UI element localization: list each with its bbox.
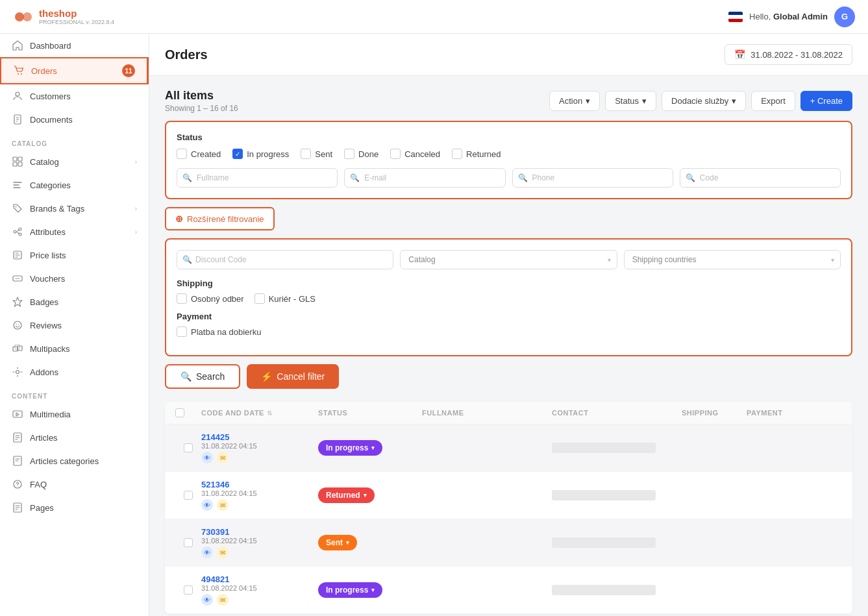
checkbox-dobierka[interactable]	[177, 326, 187, 337]
sidebar-item-multipacks[interactable]: Multipacks	[0, 337, 149, 360]
row-checkbox-3[interactable]	[175, 538, 201, 547]
email-input[interactable]	[344, 168, 505, 188]
col-code-date[interactable]: CODE AND DATE ⇅	[201, 409, 318, 417]
svg-point-0	[15, 12, 24, 21]
shipping-osobny[interactable]: Osobný odber	[177, 293, 244, 304]
fullname-input[interactable]	[177, 168, 338, 188]
create-button[interactable]: + Create	[800, 91, 852, 111]
shipping-kurier[interactable]: Kuriér - GLS	[254, 293, 316, 304]
view-icon-1[interactable]: 👁	[201, 452, 213, 463]
msg-icon-2[interactable]: ✉	[217, 499, 229, 511]
sidebar-item-attributes[interactable]: Attributes ›	[0, 220, 149, 243]
view-icon-4[interactable]: 👁	[201, 594, 213, 606]
sidebar-item-reviews[interactable]: Reviews	[0, 314, 149, 337]
status-button[interactable]: Status ▾	[605, 91, 656, 111]
order-code-link-2[interactable]: 521346	[201, 480, 318, 489]
order-code-link-3[interactable]: 730391	[201, 527, 318, 537]
order-status-3[interactable]: Sent ▾	[318, 535, 422, 550]
checkbox-inprogress[interactable]	[232, 149, 243, 159]
sidebar-item-brands-tags[interactable]: Brands & Tags ›	[0, 197, 149, 220]
sidebar-item-addons[interactable]: Addons	[0, 360, 149, 384]
svg-point-10	[16, 206, 17, 208]
order-date-1: 31.08.2022 04:15	[201, 442, 318, 450]
avatar[interactable]: G	[834, 6, 855, 27]
topbar: theshop PROFESSIONAL v. 2022.8.4 Hello, …	[0, 0, 868, 34]
sidebar-item-badges[interactable]: Badges	[0, 290, 149, 314]
sidebar-item-price-lists[interactable]: Price lists	[0, 243, 149, 267]
payment-dobierka[interactable]: Platba na dobierku	[177, 326, 261, 337]
order-code-date-4: 494821 31.08.2022 04:15 👁 ✉	[201, 574, 318, 606]
shipping-countries-select[interactable]: Shipping countries	[624, 250, 841, 269]
date-range-picker[interactable]: 📅 31.08.2022 - 31.08.2022	[725, 44, 852, 65]
sidebar-item-multimedia[interactable]: Multimedia	[0, 402, 149, 426]
action-button[interactable]: Action ▾	[549, 91, 600, 111]
sidebar-item-vouchers[interactable]: Vouchers	[0, 267, 149, 290]
table-header: CODE AND DATE ⇅ STATUS FULLNAME CONTACT …	[165, 402, 852, 425]
svg-point-21	[16, 371, 19, 374]
table-row: 521346 31.08.2022 04:15 👁 ✉ Returned ▾	[165, 472, 852, 519]
catalog-select[interactable]: Catalog	[400, 250, 617, 269]
checkbox-created[interactable]	[177, 149, 187, 159]
export-button[interactable]: Export	[751, 91, 795, 111]
checkbox-kurier[interactable]	[254, 293, 265, 304]
sidebar-item-faq[interactable]: FAQ	[0, 473, 149, 496]
select-all-checkbox[interactable]	[175, 408, 184, 417]
col-payment: PAYMENT	[747, 409, 825, 417]
sidebar-item-categories[interactable]: Categories	[0, 173, 149, 197]
checkbox-returned[interactable]	[452, 149, 462, 159]
items-count: Showing 1 – 16 of 16	[165, 104, 238, 113]
view-icon-2[interactable]: 👁	[201, 499, 213, 511]
sidebar-label-articles: Articles	[30, 433, 58, 443]
msg-icon-3[interactable]: ✉	[217, 547, 229, 558]
person-icon	[12, 90, 23, 102]
view-icon-3[interactable]: 👁	[201, 547, 213, 558]
addons-icon	[12, 366, 23, 378]
sidebar-item-documents[interactable]: Documents	[0, 108, 149, 131]
phone-input[interactable]	[512, 168, 673, 188]
col-price[interactable]: PRICE ⇅	[825, 409, 852, 417]
order-status-1[interactable]: In progress ▾	[318, 440, 422, 456]
row-checkbox-4[interactable]	[175, 585, 201, 595]
cancel-filter-button[interactable]: ⚡ Cancel filter	[247, 364, 339, 389]
msg-icon-4[interactable]: ✉	[217, 594, 229, 606]
order-code-link-1[interactable]: 214425	[201, 432, 318, 442]
dodacie-button[interactable]: Dodacie služby ▾	[662, 91, 746, 111]
checkbox-osobny[interactable]	[177, 293, 187, 304]
price-lists-icon	[12, 249, 23, 261]
sidebar-item-pages[interactable]: Pages	[0, 496, 149, 519]
row-checkbox-2[interactable]	[175, 491, 201, 500]
status-filter-title: Status	[177, 132, 841, 142]
svg-point-4	[16, 92, 19, 96]
status-done[interactable]: Done	[344, 149, 378, 159]
row-checkbox-1[interactable]	[175, 443, 201, 452]
status-returned[interactable]: Returned	[452, 149, 501, 159]
checkbox-sent[interactable]	[301, 149, 311, 159]
articles-icon	[12, 432, 23, 443]
msg-icon-1[interactable]: ✉	[217, 452, 229, 463]
status-created[interactable]: Created	[177, 149, 221, 159]
advanced-filter-toggle[interactable]: ⊕ Rozšírené filtrovanie	[165, 207, 275, 230]
search-button[interactable]: 🔍 Search	[165, 364, 240, 389]
status-sent[interactable]: Sent	[301, 149, 332, 159]
categories-icon	[12, 179, 23, 191]
discount-input[interactable]	[177, 250, 393, 269]
faq-icon	[12, 478, 23, 490]
chevron-right-icon-attr: ›	[135, 228, 137, 236]
language-flag[interactable]	[728, 12, 743, 22]
order-code-link-4[interactable]: 494821	[201, 574, 318, 584]
sidebar-item-catalog[interactable]: Catalog ›	[0, 150, 149, 173]
order-status-4[interactable]: In progress ▾	[318, 582, 422, 598]
sidebar-item-orders[interactable]: Orders 11	[0, 57, 149, 84]
order-date-4: 31.08.2022 04:15	[201, 584, 318, 592]
order-status-2[interactable]: Returned ▾	[318, 487, 422, 503]
status-inprogress[interactable]: In progress	[232, 149, 289, 159]
sidebar-item-articles[interactable]: Articles	[0, 426, 149, 449]
sidebar-item-articles-categories[interactable]: Articles categories	[0, 449, 149, 473]
checkbox-done[interactable]	[344, 149, 354, 159]
articles-categories-icon	[12, 455, 23, 467]
sidebar-item-dashboard[interactable]: Dashboard	[0, 34, 149, 57]
code-input[interactable]	[680, 168, 841, 188]
sidebar-item-customers[interactable]: Customers	[0, 84, 149, 108]
checkbox-canceled[interactable]	[390, 149, 401, 159]
status-canceled[interactable]: Canceled	[390, 149, 440, 159]
